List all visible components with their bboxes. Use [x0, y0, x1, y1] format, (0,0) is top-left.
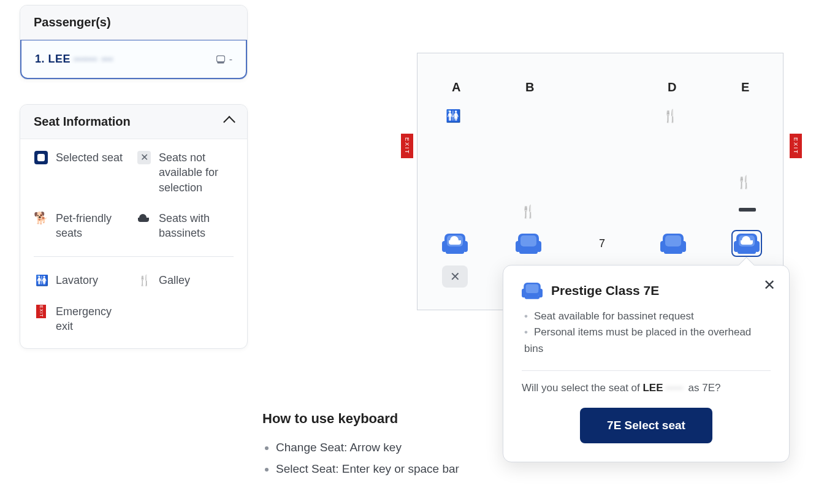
galley-icon: 🍴	[137, 273, 151, 288]
seat-7A[interactable]	[442, 232, 468, 254]
seat-info-title: Seat Information	[34, 115, 131, 129]
bassinet-icon	[137, 211, 151, 226]
seat-info-body: Selected seat ✕ Seats not available for …	[20, 139, 247, 348]
seat-7B[interactable]	[516, 232, 541, 254]
seat-7E[interactable]	[734, 232, 760, 254]
lavatory-icon: 🚻	[446, 109, 461, 123]
col-header-e: E	[741, 80, 749, 94]
exit-icon: EXIT	[36, 305, 46, 318]
galley-icon: 🍴	[736, 175, 752, 189]
svg-rect-11	[217, 61, 224, 63]
col-header-d: D	[668, 80, 676, 94]
legend-galley: 🍴 Galley	[137, 273, 234, 288]
passenger-panel: Passenger(s) 1. LEE ······ ··· -	[20, 5, 248, 80]
col-header-b: B	[525, 80, 534, 94]
keyboard-help-title: How to use keyboard	[262, 411, 459, 427]
pet-icon: 🐕	[34, 211, 48, 226]
col-header-a: A	[452, 80, 460, 94]
exit-tag-right: EXIT	[790, 134, 802, 158]
galley-icon: 🍴	[663, 109, 678, 123]
seat-icon	[216, 55, 226, 64]
popover-info-item: Seat available for bassinet request	[524, 308, 771, 324]
popover-question: Will you select the seat of LEE······ as…	[522, 382, 771, 394]
passenger-name-masked: ······ ···	[74, 54, 113, 65]
legend-unavailable: ✕ Seats not available for selection	[137, 150, 234, 195]
keyboard-help-item: Select Seat: Enter key or space bar	[276, 458, 459, 479]
seat-detail-popover: ✕ Prestige Class 7E Seat available for b…	[503, 265, 790, 462]
popover-title: Prestige Class 7E	[551, 283, 659, 298]
popover-info-list: Seat available for bassinet request Pers…	[522, 308, 771, 357]
keyboard-help-item: Change Seat: Arrow key	[276, 437, 459, 458]
chevron-up-icon	[223, 116, 235, 128]
legend-lavatory: 🚻 Lavatory	[34, 273, 131, 288]
unavailable-icon: ✕	[137, 151, 151, 164]
legend-bassinet: Seats with bassinets	[137, 211, 234, 241]
passenger-header: Passenger(s)	[20, 6, 247, 40]
select-seat-button[interactable]: 7E Select seat	[580, 408, 712, 443]
keyboard-help: How to use keyboard Change Seat: Arrow k…	[262, 411, 459, 479]
passenger-header-text: Passenger(s)	[34, 15, 111, 29]
slot-marker	[739, 208, 756, 212]
seat-8A-unavailable: ✕	[442, 265, 468, 288]
passenger-name: 1. LEE	[35, 53, 71, 66]
passenger-seat-slot: -	[216, 54, 232, 65]
seat-info-panel: Seat Information Selected seat ✕ Seats n…	[20, 104, 248, 349]
seat-info-header[interactable]: Seat Information	[20, 105, 247, 139]
popover-info-item: Personal items must be placed in the ove…	[524, 324, 771, 357]
selected-seat-icon	[34, 151, 48, 164]
close-button[interactable]: ✕	[761, 274, 778, 296]
svg-rect-10	[216, 55, 224, 61]
seat-icon	[522, 281, 543, 300]
exit-tag-left: EXIT	[401, 134, 413, 158]
legend-pet: 🐕 Pet-friendly seats	[34, 211, 131, 241]
legend-selected: Selected seat	[34, 150, 131, 195]
row-number-7: 7	[599, 237, 605, 250]
seat-7D[interactable]	[660, 232, 686, 254]
legend-exit: EXIT Emergency exit	[34, 304, 131, 334]
galley-icon: 🍴	[520, 204, 536, 219]
passenger-row-1[interactable]: 1. LEE ······ ··· -	[20, 40, 247, 79]
lavatory-icon: 🚻	[34, 273, 48, 288]
